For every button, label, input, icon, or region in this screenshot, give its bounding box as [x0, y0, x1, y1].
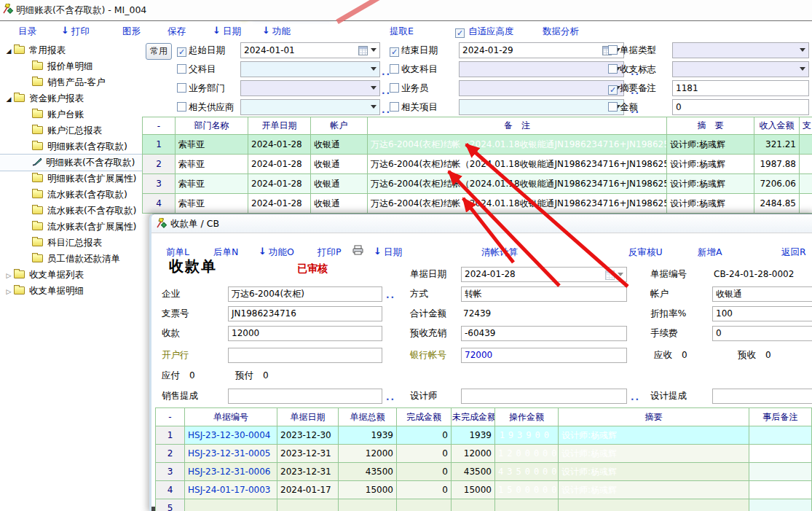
unaudit-link[interactable]: 反审核U: [628, 246, 663, 259]
col-header-summary[interactable]: 摘要: [559, 408, 749, 426]
inout-flag-select[interactable]: [672, 61, 809, 77]
printer-icon[interactable]: [352, 245, 364, 257]
toolbar-analysis-link[interactable]: 数据分析: [543, 26, 579, 38]
col-header-date[interactable]: 单据日期: [277, 408, 339, 426]
clear-calc-link[interactable]: 清帐计算: [481, 246, 518, 259]
cheque-field[interactable]: JN1986234716: [228, 306, 382, 321]
expense-cell[interactable]: [800, 155, 812, 174]
tree-item-flow-without-deposit[interactable]: 流水账表(不含存取款): [0, 203, 143, 219]
tree-expander-icon[interactable]: [4, 268, 14, 284]
dropdown-arrow-icon[interactable]: [371, 48, 377, 52]
tree-item-detail-extended[interactable]: 明细账表(含扩展属性): [0, 171, 143, 187]
parent-subject-checkbox[interactable]: [177, 64, 186, 74]
done-cell[interactable]: 0: [397, 426, 452, 445]
account-field[interactable]: 收银通: [712, 286, 812, 302]
autofit-checkbox[interactable]: [455, 28, 465, 38]
tree-item-employee-loan[interactable]: 员工借款还款清单: [0, 251, 143, 267]
doc-no-cell[interactable]: HSJ-23-12-31-0005: [185, 445, 277, 463]
col-header-undone[interactable]: 未完成金额: [452, 408, 495, 426]
account-cell[interactable]: 收银通: [311, 155, 368, 174]
tree-item-sales-product-customer[interactable]: 销售产品-客户: [0, 74, 143, 90]
summary-cell[interactable]: 设计师:杨彧辉: [559, 426, 749, 445]
back-link[interactable]: 返回R: [781, 246, 806, 259]
account-cell[interactable]: 收银通: [311, 194, 368, 214]
note-cell-selected[interactable]: 万达6-2004(衣柜)结帐（2024.01.18收银能通JN198623471…: [368, 135, 667, 155]
bank-account-field[interactable]: 72000: [461, 348, 627, 363]
tree-item-flow-with-deposit[interactable]: 流水账表(含存取款): [0, 187, 143, 203]
summary-cell[interactable]: 设计师:杨彧辉: [667, 194, 754, 214]
tree-item-flow-extended[interactable]: 流水账表(含扩展属性): [0, 219, 143, 235]
income-cell[interactable]: 7206.06: [754, 174, 800, 194]
tree-item-common-reports[interactable]: 常用报表: [0, 42, 143, 58]
row-number[interactable]: 5: [156, 499, 185, 511]
op-amount-ledger-cell[interactable]: [495, 499, 559, 511]
design-comm-field[interactable]: [712, 389, 812, 404]
done-cell[interactable]: 0: [397, 463, 452, 481]
income-cell[interactable]: 1987.88: [754, 155, 800, 174]
dropdown-arrow-icon[interactable]: [371, 67, 377, 71]
inout-flag-checkbox[interactable]: [608, 64, 618, 74]
dept-cell[interactable]: 索菲亚: [176, 135, 248, 155]
sales-comm-field[interactable]: [228, 389, 382, 404]
method-field[interactable]: 转帐: [461, 286, 627, 302]
inout-subject-select[interactable]: [459, 61, 624, 77]
row-number[interactable]: 1: [143, 135, 176, 155]
summary-cell[interactable]: 设计师:杨彧辉: [667, 174, 754, 194]
salesman-select[interactable]: [459, 80, 624, 96]
dropdown-arrow-icon[interactable]: [371, 86, 377, 90]
date-cell[interactable]: 2023-12-31: [277, 463, 339, 481]
col-header-note[interactable]: 备 注: [368, 117, 667, 135]
op-amount-ledger-cell[interactable]: 1500000: [495, 481, 559, 499]
amount-input[interactable]: 0: [672, 99, 809, 115]
designer-field[interactable]: [461, 389, 627, 404]
tree-item-subject-summary[interactable]: 科目汇总报表: [0, 235, 143, 251]
business-dept-select[interactable]: [240, 80, 380, 96]
col-header-total[interactable]: 单据总额: [339, 408, 397, 426]
row-number[interactable]: 1: [156, 426, 185, 445]
col-header-date[interactable]: 开单日期: [248, 117, 311, 135]
undone-cell[interactable]: 15000: [452, 481, 495, 499]
col-header-expense[interactable]: 支: [800, 117, 812, 135]
end-date-checkbox[interactable]: [390, 47, 399, 57]
doc-type-select[interactable]: [672, 42, 809, 58]
summary-cell[interactable]: 设计师:杨彧辉: [559, 463, 749, 481]
fee-field[interactable]: 0: [712, 326, 812, 341]
print-down-arrow-icon[interactable]: [61, 25, 69, 36]
summary-cell[interactable]: 设计师:杨彧辉: [559, 481, 749, 499]
expense-cell[interactable]: [800, 194, 812, 214]
op-amount-ledger-cell[interactable]: 4350000: [495, 463, 559, 481]
summary-cell[interactable]: 设计师:杨彧辉: [667, 135, 754, 155]
tree-item-account-summary[interactable]: 账户汇总报表: [0, 122, 143, 139]
calendar-icon[interactable]: [358, 46, 368, 55]
total-cell[interactable]: 43500: [339, 463, 397, 481]
col-header-op-amount[interactable]: 操作金额: [495, 408, 559, 426]
date-cell[interactable]: [277, 499, 339, 511]
date-down-arrow-icon[interactable]: [213, 25, 221, 36]
date-cell[interactable]: 2024-01-28: [248, 194, 311, 214]
row-number[interactable]: 2: [156, 445, 185, 463]
row-number[interactable]: 3: [143, 174, 176, 194]
date-cell[interactable]: 2023-12-31: [277, 445, 339, 463]
tree-item-quote-detail[interactable]: 报价单明细: [0, 58, 143, 74]
tree-item-voucher-list[interactable]: 收支单据列表: [0, 267, 143, 283]
col-header-after-note[interactable]: 事后备注: [749, 408, 812, 426]
related-project-select[interactable]: [459, 99, 624, 115]
func-down-arrow-icon[interactable]: [259, 246, 267, 257]
business-dept-checkbox[interactable]: [177, 83, 186, 93]
discount-field[interactable]: 100: [712, 306, 812, 321]
toolbar-print-link[interactable]: 打印: [71, 26, 90, 38]
tree-item-account-ledger[interactable]: 账户台账: [0, 106, 143, 122]
total-cell[interactable]: 1939: [339, 426, 397, 445]
tree-expander-icon[interactable]: [4, 43, 14, 59]
start-date-field[interactable]: 2024-01-01: [240, 42, 380, 58]
op-amount-ledger-cell[interactable]: 1200000: [495, 445, 559, 463]
toolbar-func-link[interactable]: 功能: [272, 26, 291, 38]
doc-date-field[interactable]: 2024-01-28: [461, 267, 627, 282]
col-header-done[interactable]: 完成金额: [397, 408, 452, 426]
summary-cell[interactable]: 设计师:杨彧辉: [559, 445, 749, 463]
after-note-cell[interactable]: [749, 481, 812, 499]
func-down-arrow-icon[interactable]: [262, 25, 270, 36]
total-cell[interactable]: [339, 499, 397, 511]
after-note-cell[interactable]: [749, 426, 812, 445]
op-amount-ledger-cell[interactable]: 193900: [495, 426, 559, 445]
